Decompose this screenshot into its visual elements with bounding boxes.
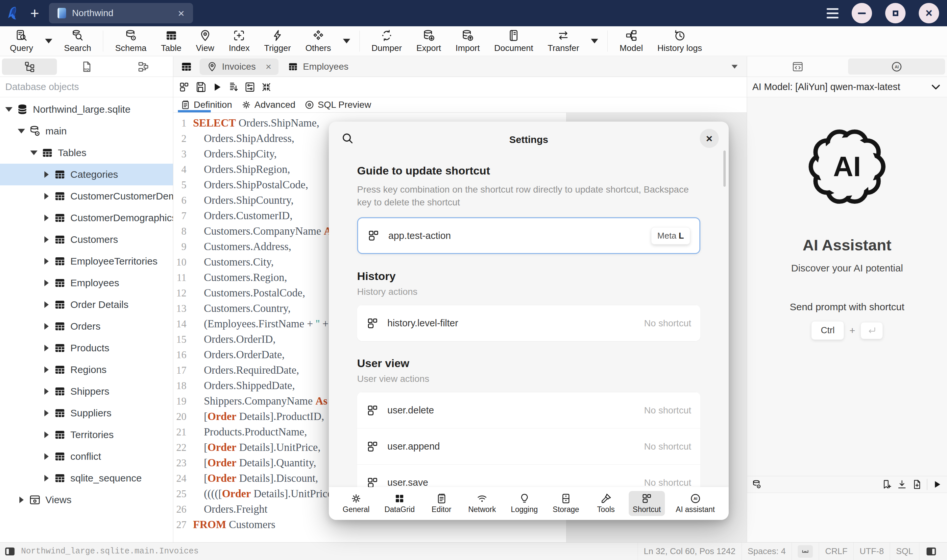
tree-item-tables[interactable]: Tables	[0, 142, 173, 164]
tab-advanced[interactable]: Advanced	[237, 97, 300, 112]
shortcut-row-app-test-action[interactable]: app.test-action Meta L	[357, 217, 701, 254]
ai-tool-icon[interactable]	[932, 479, 942, 490]
toolbar-button-table[interactable]: Table	[154, 26, 189, 56]
sidebar-tab-query[interactable]: SQL	[59, 58, 114, 75]
toolbar-button[interactable]	[607, 31, 608, 52]
tree-expander-icon[interactable]	[42, 171, 51, 178]
tree-expander-icon[interactable]	[42, 280, 51, 286]
settings-nav-item-network[interactable]: Network	[464, 491, 500, 516]
tree-item-regions[interactable]: Regions	[0, 359, 173, 380]
tree-expander-icon[interactable]	[4, 107, 14, 112]
tree-expander-icon[interactable]	[42, 431, 51, 438]
toolbar-button-search[interactable]: Search	[57, 26, 98, 56]
tree-item-sqlite-sequence[interactable]: sqlite_sequence	[0, 467, 173, 489]
cursor-position[interactable]: Ln 32, Col 60, Pos 1242	[637, 543, 742, 560]
editor-tool-button[interactable]	[242, 80, 257, 95]
ai-tool-icon[interactable]	[912, 479, 922, 490]
toolbar-button-import[interactable]: Import	[448, 26, 487, 56]
toolbar-button-trigger[interactable]: Trigger	[257, 26, 298, 56]
toolbar-button-query[interactable]: Query	[3, 26, 40, 56]
maximize-button[interactable]	[885, 3, 905, 23]
tree-item-territories[interactable]: Territories	[0, 424, 173, 446]
tree-item-northwind-large-sqlite[interactable]: Northwind_large.sqlite	[0, 98, 173, 120]
encoding[interactable]: UTF-8	[853, 543, 890, 560]
editor-tool-button[interactable]	[209, 80, 225, 95]
tab-close-icon[interactable]: ×	[266, 62, 272, 72]
line-ending[interactable]: CRLF	[819, 543, 853, 560]
db-context-icon[interactable]	[752, 479, 762, 490]
settings-nav-item-storage[interactable]: Storage	[549, 491, 583, 516]
tree-item-orders[interactable]: Orders	[0, 315, 173, 337]
shortcut-row[interactable]: history.level-filter No shortcut	[357, 305, 701, 341]
tree-item-views[interactable]: Views	[0, 489, 173, 511]
tree-expander-icon[interactable]	[29, 151, 39, 155]
tree-expander-icon[interactable]	[42, 475, 51, 482]
tab-definition[interactable]: Definition	[176, 97, 237, 112]
tree-item-customerdemographics[interactable]: CustomerDemographics	[0, 207, 173, 229]
toggle-left-panel-icon[interactable]	[4, 546, 16, 557]
tree-expander-icon[interactable]	[42, 366, 51, 373]
toolbar-button[interactable]	[103, 31, 103, 52]
tree-expander-icon[interactable]	[42, 215, 51, 221]
editor-tool-button[interactable]	[259, 80, 274, 95]
editor-tab-invoices[interactable]: Invoices ×	[200, 58, 279, 75]
toolbar-button-history-logs[interactable]: History logs	[650, 26, 709, 56]
menu-icon[interactable]	[827, 8, 839, 18]
editor-tool-button[interactable]	[177, 80, 192, 95]
settings-nav-item-shortcut[interactable]: Shortcut	[629, 491, 665, 516]
sidebar-tab-diagram[interactable]	[116, 58, 171, 75]
toolbar-button-document[interactable]: Document	[487, 26, 540, 56]
modal-close-button[interactable]: ×	[700, 129, 719, 148]
toolbar-button-others[interactable]: Others	[298, 26, 338, 56]
tree-expander-icon[interactable]	[42, 193, 51, 200]
toolbar-button[interactable]	[359, 31, 360, 52]
tree-item-order-details[interactable]: Order Details	[0, 294, 173, 315]
pinned-table-icon[interactable]	[180, 61, 192, 72]
whitespace-toggle[interactable]	[791, 543, 819, 560]
tab-sql-preview[interactable]: SQL Preview	[300, 97, 376, 112]
toolbar-button-export[interactable]: Export	[409, 26, 448, 56]
others-dropdown[interactable]	[338, 26, 355, 56]
tree-item-customers[interactable]: Customers	[0, 229, 173, 251]
query-dropdown[interactable]	[40, 26, 57, 56]
toolbar-button-schema[interactable]: Schema	[108, 26, 154, 56]
tree-item-customercustomerdemo[interactable]: CustomerCustomerDemo	[0, 185, 173, 207]
close-window-button[interactable]: ×	[919, 3, 939, 23]
new-tab-button[interactable]: +	[30, 6, 39, 21]
settings-nav-item-datagrid[interactable]: DataGrid	[380, 491, 419, 516]
tree-expander-icon[interactable]	[42, 302, 51, 308]
tree-item-main[interactable]: main	[0, 120, 173, 142]
tree-expander-icon[interactable]	[42, 345, 51, 351]
indentation-setting[interactable]: Spaces: 4	[742, 543, 792, 560]
sidebar-tab-objects[interactable]	[2, 58, 57, 75]
ai-panel-tab-sql[interactable]	[749, 58, 846, 75]
shortcut-row[interactable]: user.delete No shortcut	[357, 392, 701, 428]
ai-model-selector[interactable]: AI Model: [AliYun] qwen-max-latest	[747, 77, 947, 97]
minimize-button[interactable]	[852, 3, 872, 23]
ai-panel-tab-assistant[interactable]: AI	[848, 58, 945, 75]
ai-tool-icon[interactable]	[897, 479, 907, 490]
transfer-dropdown[interactable]	[586, 26, 603, 56]
tab-list-dropdown-icon[interactable]	[729, 61, 740, 72]
editor-tab-employees[interactable]: Employees	[279, 57, 358, 77]
editor-tool-button[interactable]	[193, 80, 208, 95]
ai-input-area[interactable]	[747, 493, 947, 542]
tree-expander-icon[interactable]	[42, 258, 51, 265]
toolbar-button-transfer[interactable]: Transfer	[540, 26, 587, 56]
language-mode[interactable]: SQL	[890, 543, 919, 560]
tree-expander-icon[interactable]	[42, 323, 51, 330]
tree-expander-icon[interactable]	[42, 236, 51, 243]
tree-item-shippers[interactable]: Shippers	[0, 380, 173, 402]
tree-expander-icon[interactable]	[42, 453, 51, 460]
tree-expander-icon[interactable]	[42, 410, 51, 416]
settings-nav-item-tools[interactable]: Tools	[590, 491, 622, 516]
toolbar-button-index[interactable]: Index	[222, 26, 257, 56]
toolbar-button-dumper[interactable]: Dumper	[364, 26, 409, 56]
tree-expander-icon[interactable]	[42, 388, 51, 395]
editor-tool-button[interactable]	[226, 80, 241, 95]
tree-expander-icon[interactable]	[17, 497, 26, 503]
toolbar-button-model[interactable]: Model	[612, 26, 650, 56]
tree-item-categories[interactable]: Categories	[0, 164, 173, 185]
ai-tool-icon[interactable]	[927, 479, 927, 490]
settings-nav-item-editor[interactable]: Editor	[426, 491, 457, 516]
